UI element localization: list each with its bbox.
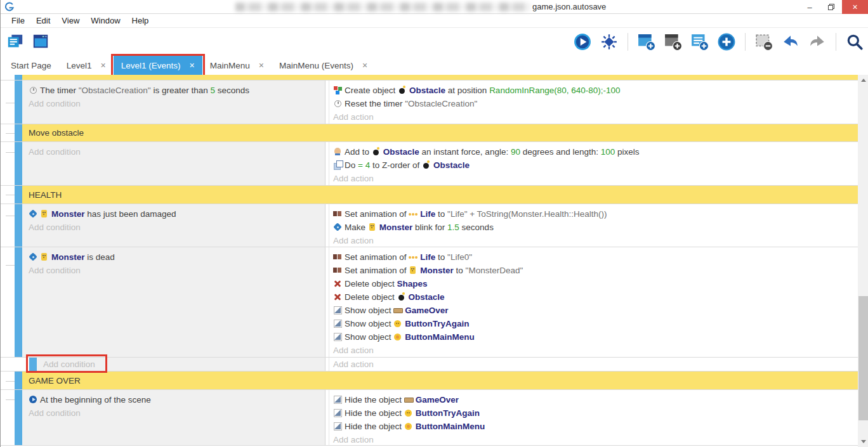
sub-event-row[interactable]: Add conditionAdd action: [1, 358, 858, 372]
delete-icon: [333, 292, 343, 301]
search-icon[interactable]: [845, 32, 864, 51]
debugger-icon[interactable]: [600, 32, 619, 51]
obstacle-icon: [398, 86, 407, 94]
event-handle-bar[interactable]: [15, 390, 22, 445]
tab-close-icon[interactable]: ×: [190, 60, 195, 70]
action-line[interactable]: Hide the object ButtonMainMenu: [333, 420, 858, 433]
add-condition-button[interactable]: Add condition: [29, 221, 325, 234]
action-line[interactable]: Set animation of Life to "Life" + ToStri…: [333, 207, 858, 221]
add-condition-button[interactable]: Add condition: [29, 264, 325, 277]
comment-text[interactable]: GAME OVER: [22, 372, 858, 389]
action-line[interactable]: Reset the timer "ObstacleCreation": [333, 97, 858, 110]
event-row[interactable]: Monster is deadAdd conditionSet animatio…: [1, 247, 858, 358]
comment-row[interactable]: GAME OVER: [1, 372, 858, 390]
event-handle-bar[interactable]: [15, 75, 22, 80]
action-line[interactable]: Add to Obstacle an instant force, angle:…: [333, 145, 858, 159]
action-line[interactable]: Set animation of Monster to "MonsterDead…: [333, 264, 858, 277]
comment-text[interactable]: Move obstacle: [22, 124, 858, 141]
add-sub-event-icon[interactable]: [664, 32, 683, 51]
tab-start-page[interactable]: Start Page: [3, 56, 59, 75]
add-condition-button[interactable]: Add condition: [29, 97, 325, 110]
menu-view[interactable]: View: [56, 16, 85, 25]
condition-line[interactable]: Monster has just been damaged: [29, 207, 325, 221]
comment-row[interactable]: Move obstacle: [1, 124, 858, 142]
minimize-button[interactable]: –: [799, 0, 820, 14]
comment-text[interactable]: HEALTH: [22, 186, 858, 204]
action-line[interactable]: Show object GameOver: [333, 304, 858, 317]
tree-connector: [6, 103, 15, 103]
tab-mainmenu[interactable]: MainMenu×: [202, 56, 272, 75]
add-comment-icon[interactable]: [690, 32, 709, 51]
event-row[interactable]: At the beginning of the sceneAdd conditi…: [1, 390, 858, 446]
vertical-scrollbar[interactable]: [858, 75, 868, 447]
delete-event-icon[interactable]: [754, 32, 773, 51]
event-row[interactable]: The timer "ObstacleCreation" is greater …: [1, 81, 858, 124]
add-condition-button[interactable]: Add condition: [43, 358, 325, 371]
comment-row[interactable]: HEALTH: [1, 186, 858, 204]
condition-line[interactable]: Monster is dead: [29, 250, 325, 264]
timer-icon: [29, 86, 38, 94]
scrollbar-thumb[interactable]: [858, 296, 868, 420]
event-handle-bar[interactable]: [15, 186, 22, 204]
add-action-button[interactable]: Add action: [333, 172, 858, 185]
action-line[interactable]: Delete object Obstacle: [333, 290, 858, 304]
action-line[interactable]: Show object ButtonTryAgain: [333, 317, 858, 330]
menu-edit[interactable]: Edit: [30, 16, 56, 25]
condition-line[interactable]: The timer "ObstacleCreation" is greater …: [29, 84, 325, 97]
add-condition-button[interactable]: Add condition: [29, 406, 325, 420]
toolbar: [1, 28, 868, 56]
event-handle-bar[interactable]: [15, 124, 22, 141]
event-row[interactable]: Monster has just been damagedAdd conditi…: [1, 204, 858, 247]
close-button[interactable]: ×: [842, 0, 868, 14]
animation-icon: [333, 252, 343, 261]
action-line[interactable]: Make Monster blink for 1.5 seconds: [333, 221, 858, 234]
add-action-button[interactable]: Add action: [333, 344, 858, 357]
undo-icon[interactable]: [781, 32, 800, 51]
menu-window[interactable]: Window: [85, 16, 126, 25]
tab-close-icon[interactable]: ×: [101, 60, 106, 70]
event-row[interactable]: Add conditionAdd to Obstacle an instant …: [1, 142, 858, 186]
scroll-up-arrow[interactable]: [858, 75, 868, 86]
add-action-button[interactable]: Add action: [333, 358, 858, 371]
add-action-button[interactable]: Add action: [333, 433, 858, 445]
tab-level1-events-[interactable]: Level1 (Events)×: [114, 56, 202, 75]
scroll-down-arrow[interactable]: [858, 436, 868, 447]
action-text: Show object: [345, 332, 393, 342]
add-action-button[interactable]: Add action: [333, 110, 858, 124]
add-event-icon[interactable]: [637, 32, 656, 51]
project-manager-icon[interactable]: [6, 32, 25, 51]
preview-play-icon[interactable]: [573, 32, 592, 51]
actions-cell: Create object Obstacle at position Rando…: [329, 81, 858, 124]
actions-cell: Set animation of Life to "Life" + ToStri…: [329, 204, 858, 247]
add-condition-button[interactable]: Add condition: [29, 145, 325, 159]
event-handle-bar[interactable]: [15, 204, 22, 247]
event-handle-bar[interactable]: [15, 142, 22, 185]
maximize-button[interactable]: [820, 0, 842, 14]
action-line[interactable]: Show object ButtonMainMenu: [333, 330, 858, 344]
event-handle-bar[interactable]: [15, 81, 22, 124]
action-line[interactable]: Do = 4 to Z-order of Obstacle: [333, 159, 858, 172]
condition-text: Monster: [51, 209, 85, 219]
action-line[interactable]: Delete object Shapes: [333, 277, 858, 290]
event-handle-bar[interactable]: [29, 358, 37, 371]
action-line[interactable]: Create object Obstacle at position Rando…: [333, 84, 858, 97]
action-text: RandomInRange(80, 640-80);-100: [489, 86, 620, 95]
tab-close-icon[interactable]: ×: [259, 60, 264, 70]
add-action-button[interactable]: Add action: [333, 234, 858, 247]
event-handle-bar[interactable]: [15, 247, 22, 357]
menu-help[interactable]: Help: [126, 16, 155, 25]
redo-icon[interactable]: [808, 32, 827, 51]
tab-mainmenu-events-[interactable]: MainMenu (Events)×: [272, 56, 375, 75]
condition-line[interactable]: At the beginning of the scene: [29, 393, 325, 406]
scene-editor-window-icon[interactable]: [31, 32, 50, 51]
comment-band-partial[interactable]: [22, 75, 858, 80]
tab-level1[interactable]: Level1×: [59, 56, 114, 75]
action-text: Reset the timer: [345, 99, 405, 108]
menu-file[interactable]: File: [6, 16, 30, 25]
event-handle-bar[interactable]: [15, 372, 22, 389]
action-line[interactable]: Set animation of Life to "Life0": [333, 250, 858, 264]
action-line[interactable]: Hide the object GameOver: [333, 393, 858, 406]
action-line[interactable]: Hide the object ButtonTryAgain: [333, 406, 858, 420]
add-new-icon[interactable]: [717, 32, 736, 51]
tab-close-icon[interactable]: ×: [362, 60, 367, 70]
